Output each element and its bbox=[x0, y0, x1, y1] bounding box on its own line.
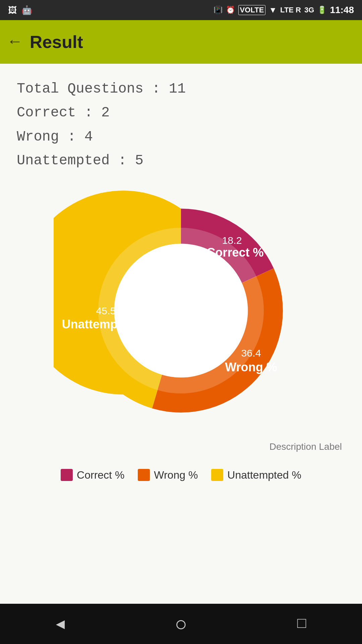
wrong-count: Wrong : 4 bbox=[17, 125, 345, 149]
page-title: Result bbox=[30, 32, 83, 52]
donut-chart: 18.2 Correct % 36.4 Wrong % 45.5 Unattem… bbox=[54, 183, 308, 438]
status-bar: 🖼 🤖 📳 ⏰ VOLTE ▼ LTE R 3G 🔋 11:48 bbox=[0, 0, 362, 20]
legend-item-correct: Correct % bbox=[61, 469, 124, 481]
legend-color-wrong bbox=[138, 469, 150, 481]
wrong-percent-label: Wrong % bbox=[225, 360, 277, 374]
stats-section: Total Questions : 11 Correct : 2 Wrong :… bbox=[17, 77, 345, 173]
photo-icon: 🖼 bbox=[8, 5, 17, 15]
unattempted-percent-value: 45.5 bbox=[96, 305, 116, 316]
clock-display: 11:48 bbox=[330, 5, 354, 15]
nav-bar: ◀ ◯ □ bbox=[0, 604, 362, 644]
status-right: 📳 ⏰ VOLTE ▼ LTE R 3G 🔋 11:48 bbox=[214, 5, 354, 15]
legend: Correct % Wrong % Unattempted % bbox=[57, 462, 305, 488]
wrong-percent-value: 36.4 bbox=[241, 347, 261, 358]
total-questions: Total Questions : 11 bbox=[17, 77, 345, 101]
wifi-icon: ▼ bbox=[269, 5, 277, 15]
legend-label-wrong: Wrong % bbox=[154, 469, 198, 481]
legend-item-wrong: Wrong % bbox=[138, 469, 198, 481]
lte-label: LTE R bbox=[280, 6, 301, 14]
chart-container: 18.2 Correct % 36.4 Wrong % 45.5 Unattem… bbox=[17, 183, 345, 488]
volte-label: VOLTE bbox=[238, 5, 266, 15]
legend-item-unattempted: Unattempted % bbox=[211, 469, 301, 481]
vibrate-icon: 📳 bbox=[214, 6, 223, 14]
legend-label-correct: Correct % bbox=[77, 469, 124, 481]
unattempted-percent-label: Unattempted % bbox=[62, 317, 150, 331]
description-label: Description Label bbox=[269, 441, 342, 452]
back-nav-button[interactable]: ◀ bbox=[56, 615, 65, 633]
android-icon: 🤖 bbox=[21, 5, 32, 15]
home-nav-button[interactable]: ◯ bbox=[177, 615, 186, 633]
signal-3g-label: 3G bbox=[304, 6, 314, 14]
correct-count: Correct : 2 bbox=[17, 101, 345, 125]
correct-percent-value: 18.2 bbox=[222, 234, 242, 246]
back-button[interactable]: ← bbox=[10, 33, 20, 51]
recents-nav-button[interactable]: □ bbox=[297, 615, 306, 632]
correct-percent-label: Correct % bbox=[206, 245, 263, 259]
battery-icon: 🔋 bbox=[317, 6, 326, 14]
legend-color-correct bbox=[61, 469, 73, 481]
content-area: Total Questions : 11 Correct : 2 Wrong :… bbox=[0, 64, 362, 604]
legend-color-unattempted bbox=[211, 469, 223, 481]
legend-label-unattempted: Unattempted % bbox=[227, 469, 301, 481]
status-left: 🖼 🤖 bbox=[8, 5, 32, 15]
app-bar: ← Result bbox=[0, 20, 362, 64]
alarm-icon: ⏰ bbox=[226, 6, 235, 14]
unattempted-count: Unattempted : 5 bbox=[17, 149, 345, 173]
donut-svg: 18.2 Correct % 36.4 Wrong % 45.5 Unattem… bbox=[54, 183, 308, 438]
